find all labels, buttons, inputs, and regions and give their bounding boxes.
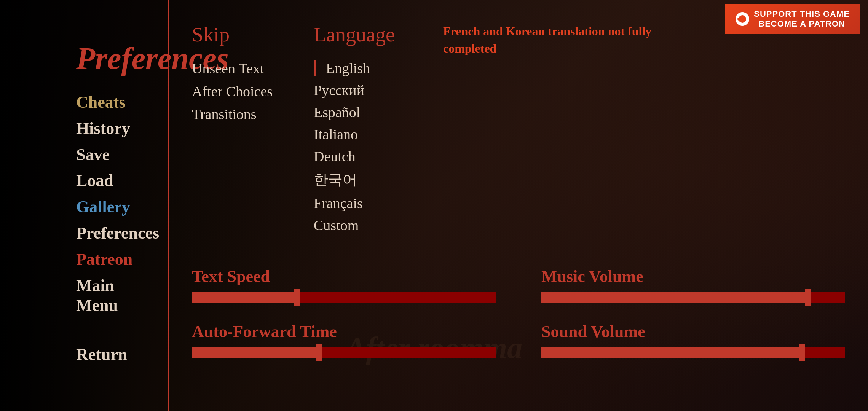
music-volume-fill xyxy=(541,292,809,303)
music-volume-label: Music Volume xyxy=(541,267,845,286)
sliders-section: Text Speed Music Volume Auto-Forwa xyxy=(192,267,845,358)
top-section: Skip Unseen Text After Choices Transitio… xyxy=(192,23,845,236)
sidebar-item-patreon[interactable]: Patreon xyxy=(76,247,160,273)
auto-forward-label: Auto-Forward Time xyxy=(192,322,496,341)
sidebar-item-main-menu[interactable]: Main Menu xyxy=(76,273,160,319)
sidebar-item-preferences[interactable]: Preferences xyxy=(76,220,160,247)
skip-after-choices[interactable]: After Choices xyxy=(192,80,283,103)
page-title: Preferences xyxy=(76,43,160,74)
language-title: Language xyxy=(314,23,413,46)
sidebar-divider xyxy=(168,0,169,411)
music-volume-thumb xyxy=(805,289,811,306)
content-area: Skip Unseen Text After Choices Transitio… xyxy=(177,0,868,411)
sound-volume-fill xyxy=(541,347,803,358)
text-speed-fill xyxy=(192,292,298,303)
skip-transitions[interactable]: Transitions xyxy=(192,103,283,126)
language-section: Language English Русский Español Italian… xyxy=(314,23,413,236)
text-speed-track[interactable] xyxy=(192,292,496,303)
language-item-spanish[interactable]: Español xyxy=(314,101,413,123)
patreon-support-button[interactable]: SUPPORT THIS GAME BECOME A PATRON xyxy=(725,4,860,34)
auto-forward-group: Auto-Forward Time xyxy=(192,322,496,358)
skip-unseen-text[interactable]: Unseen Text xyxy=(192,57,283,80)
sidebar-item-gallery[interactable]: Gallery xyxy=(76,194,160,220)
music-volume-track[interactable] xyxy=(541,292,845,303)
language-item-korean[interactable]: 한국어 xyxy=(314,167,413,192)
language-item-french[interactable]: Français xyxy=(314,192,413,214)
sidebar-item-cheats[interactable]: Cheats xyxy=(76,89,160,116)
language-list: English Русский Español Italiano Deutch … xyxy=(314,57,413,236)
text-speed-thumb xyxy=(294,289,300,306)
patreon-button-text: SUPPORT THIS GAME BECOME A PATRON xyxy=(754,9,850,29)
language-item-russian[interactable]: Русский xyxy=(314,79,413,101)
text-speed-label: Text Speed xyxy=(192,267,496,286)
sound-volume-thumb xyxy=(799,344,805,361)
skip-title: Skip xyxy=(192,23,283,46)
main-container: Preferences Cheats History Save Load Gal… xyxy=(0,0,868,411)
sidebar-item-return[interactable]: Return xyxy=(76,342,160,368)
sidebar-item-save[interactable]: Save xyxy=(76,142,160,168)
auto-forward-thumb xyxy=(316,344,322,361)
language-item-custom[interactable]: Custom xyxy=(314,214,413,236)
language-item-english[interactable]: English xyxy=(314,57,413,79)
patreon-icon xyxy=(736,12,749,26)
language-item-italian[interactable]: Italiano xyxy=(314,123,413,145)
sound-volume-group: Sound Volume xyxy=(541,322,845,358)
sidebar: Preferences Cheats History Save Load Gal… xyxy=(0,0,160,411)
skip-section: Skip Unseen Text After Choices Transitio… xyxy=(192,23,283,236)
sound-volume-track[interactable] xyxy=(541,347,845,358)
auto-forward-fill xyxy=(192,347,319,358)
sidebar-item-load[interactable]: Load xyxy=(76,168,160,194)
translation-note-text: French and Korean translation not fully … xyxy=(443,23,672,57)
translation-note-section: French and Korean translation not fully … xyxy=(443,23,845,236)
language-item-german[interactable]: Deutch xyxy=(314,145,413,167)
auto-forward-track[interactable] xyxy=(192,347,496,358)
text-speed-group: Text Speed xyxy=(192,267,496,303)
music-volume-group: Music Volume xyxy=(541,267,845,303)
sound-volume-label: Sound Volume xyxy=(541,322,845,341)
sidebar-item-history[interactable]: History xyxy=(76,116,160,142)
